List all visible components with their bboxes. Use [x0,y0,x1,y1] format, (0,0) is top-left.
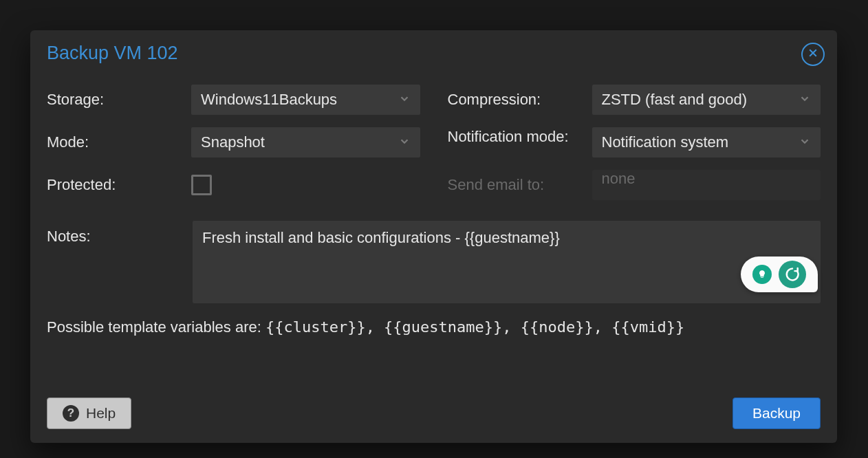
template-hint-vars: {{cluster}}, {{guestname}}, {{node}}, {{… [265,318,684,336]
mode-label: Mode: [47,133,191,151]
storage-select[interactable]: Windows11Backups [191,85,420,115]
protected-row: Protected: [47,170,420,200]
backup-dialog: Backup VM 102 Storage: Windows11Backups … [30,30,837,443]
storage-row: Storage: Windows11Backups [47,85,420,115]
form-area: Storage: Windows11Backups Mode: Snapshot [30,69,837,200]
storage-label: Storage: [47,91,191,109]
chevron-down-icon [398,92,411,107]
dialog-title: Backup VM 102 [47,43,821,64]
storage-value: Windows11Backups [201,91,337,109]
email-label: Send email to: [448,176,592,194]
close-button[interactable] [801,43,825,66]
grammarly-icon [779,261,806,288]
template-hint: Possible template variables are: {{clust… [30,306,837,336]
compression-row: Compression: ZSTD (fast and good) [448,85,821,115]
template-hint-prefix: Possible template variables are: [47,318,265,336]
chevron-down-icon [799,135,811,150]
compression-value: ZSTD (fast and good) [602,91,748,109]
chevron-down-icon [799,92,811,107]
email-row: Send email to: none [448,170,821,200]
notes-row: Notes: [30,200,837,306]
notification-select[interactable]: Notification system [592,127,821,157]
close-icon [807,47,818,61]
help-label: Help [86,405,116,422]
lightbulb-icon [752,265,772,284]
form-left-column: Storage: Windows11Backups Mode: Snapshot [47,85,420,200]
notes-label: Notes: [47,221,193,306]
backup-label: Backup [752,405,801,422]
chevron-down-icon [398,135,411,150]
title-bar: Backup VM 102 [30,30,837,69]
dialog-footer: ? Help Backup [47,397,821,429]
notes-input[interactable] [193,221,821,303]
notification-label: Notification mode: [448,127,592,146]
mode-value: Snapshot [201,133,265,151]
help-button[interactable]: ? Help [47,397,131,429]
email-input: none [592,170,821,200]
mode-select[interactable]: Snapshot [191,127,420,157]
notes-container [193,221,821,306]
notification-row: Notification mode: Notification system [448,127,821,157]
email-value: none [602,170,636,187]
protected-checkbox[interactable] [191,175,212,195]
compression-label: Compression: [448,91,592,109]
backup-button[interactable]: Backup [733,397,821,429]
form-right-column: Compression: ZSTD (fast and good) Notifi… [448,85,821,200]
mode-row: Mode: Snapshot [47,127,420,157]
notification-value: Notification system [602,133,729,151]
compression-select[interactable]: ZSTD (fast and good) [592,85,821,115]
help-icon: ? [63,405,79,422]
protected-label: Protected: [47,176,191,194]
grammarly-widget[interactable] [741,257,818,292]
